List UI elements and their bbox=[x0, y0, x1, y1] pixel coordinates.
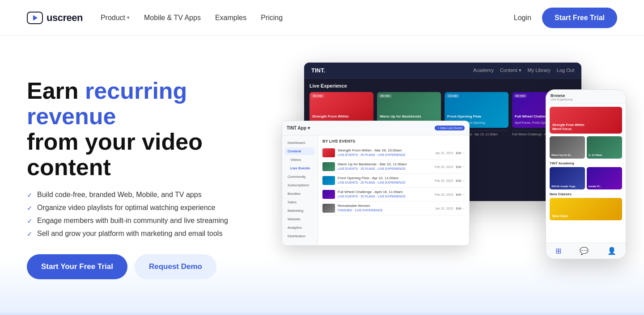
mobile-card-sm-2: 3, 11:00am bbox=[587, 136, 622, 159]
sidebar-website[interactable]: Website bbox=[285, 215, 315, 223]
request-demo-button[interactable]: Request Demo bbox=[135, 254, 216, 279]
nav-pricing[interactable]: Pricing bbox=[261, 14, 283, 22]
nav-left: uscreen Product ▾ Mobile & TV Apps Examp… bbox=[27, 12, 283, 24]
mobile-header: Browse Live Experience bbox=[546, 90, 626, 104]
nav-right: Login Start Free Trial bbox=[514, 8, 617, 28]
check-icon-3: ✓ bbox=[27, 217, 33, 225]
card-1-title: Strength From Within bbox=[312, 114, 371, 119]
event-thumb-4 bbox=[322, 190, 335, 199]
admin-event-row-1: Strength From Within - Mar 26, 10:00amLI… bbox=[322, 146, 465, 160]
event-thumb-1 bbox=[322, 148, 335, 157]
nav-product[interactable]: Product ▾ bbox=[101, 14, 130, 22]
card-2-title: Warm Up for Backbends bbox=[380, 114, 438, 119]
event-date-3: Feb 20, 2023 bbox=[435, 179, 453, 182]
topbar-nav: Academy Content ▾ My Library Log Out bbox=[473, 67, 574, 73]
sidebar-marketing[interactable]: Marketing bbox=[285, 207, 315, 214]
admin-title: TINT App ▾ bbox=[287, 126, 310, 130]
hero-buttons: Start Your Free Trial Request Demo bbox=[27, 254, 277, 279]
browse-icon[interactable]: ⊞ bbox=[555, 247, 561, 255]
event-actions-1[interactable]: Edit ··· bbox=[456, 151, 465, 155]
sidebar-subscriptions[interactable]: Subscriptions bbox=[285, 181, 315, 189]
sidebar-community[interactable]: Community bbox=[285, 173, 315, 181]
login-link[interactable]: Login bbox=[514, 14, 531, 22]
footer-gradient bbox=[0, 313, 644, 315]
event-title-5: Remarkable WomenFINISHED · LIVE EXPERIEN… bbox=[338, 204, 432, 212]
admin-event-row-2: Warm Up for Backbends - Mar 22, 11:00amL… bbox=[322, 160, 465, 174]
admin-event-row-4: Full Wheel Challenge - April 16, 11:00am… bbox=[322, 188, 465, 202]
mobile-academy-2-label: Inside Fl... bbox=[589, 185, 602, 188]
topbar-content: Content ▾ bbox=[500, 67, 521, 73]
admin-new-event-badge: + New Live Event bbox=[435, 126, 465, 130]
event-thumb-2 bbox=[322, 162, 335, 171]
mobile-new-class-label: New Class bbox=[552, 214, 568, 218]
chevron-down-icon: ▾ bbox=[127, 15, 130, 21]
hero-left: Earn recurring revenue from your video c… bbox=[27, 78, 286, 280]
live-tag-2: 60 min bbox=[379, 94, 392, 98]
event-actions-2[interactable]: Edit ··· bbox=[456, 165, 465, 168]
hero-section: Earn recurring revenue from your video c… bbox=[0, 36, 644, 313]
admin-event-row-3: Front Opening Flow - Apr 10, 11:00amLIVE… bbox=[322, 174, 465, 188]
mobile-card-main: Strength From WithinMarch Focus bbox=[550, 107, 622, 134]
mobile-academy-card-1: 200-Hr Inside Yoga bbox=[550, 167, 585, 189]
event-title-3: Front Opening Flow - Apr 10, 11:00amLIVE… bbox=[338, 176, 432, 185]
event-date-2: Feb 20, 2023 bbox=[435, 165, 453, 168]
event-actions-5[interactable]: Edit ··· bbox=[456, 207, 465, 210]
mobile-sm-1-label: Warm Up for B... bbox=[551, 154, 572, 157]
hero-bullets: ✓Build code-free, branded Web, Mobile, a… bbox=[27, 191, 277, 238]
sidebar-dashboard[interactable]: Dashboard bbox=[285, 139, 315, 147]
navbar: uscreen Product ▾ Mobile & TV Apps Examp… bbox=[0, 0, 644, 36]
logo[interactable]: uscreen bbox=[27, 12, 83, 24]
check-icon-2: ✓ bbox=[27, 204, 33, 212]
live-tag-4: 60 min bbox=[514, 94, 527, 98]
mobile-mockup: Browse Live Experience Strength From Wit… bbox=[546, 89, 626, 259]
mobile-browse-title: Browse bbox=[551, 93, 621, 98]
event-title-2: Warm Up for Backbends - Mar 22, 11:00amL… bbox=[338, 162, 432, 171]
mobile-new-classes-title: New Classes bbox=[550, 192, 622, 196]
admin-sidebar: Dashboard Content Videos Live Events Com… bbox=[282, 135, 318, 245]
sidebar-bundles[interactable]: Bundles bbox=[285, 190, 315, 197]
topbar-library: My Library bbox=[528, 67, 551, 73]
mobile-tint-academy-title: TINT Academy bbox=[550, 161, 622, 165]
nav-examples[interactable]: Examples bbox=[215, 14, 246, 22]
bullet-2: ✓Organize video playlists for optimal wa… bbox=[27, 204, 277, 212]
mobile-content: Strength From WithinMarch Focus Warm Up … bbox=[546, 104, 626, 223]
headline-plain: Earn bbox=[27, 78, 85, 104]
community-icon[interactable]: 💬 bbox=[580, 247, 589, 255]
admin-content: BY LIVE EVENTS Strength From Within - Ma… bbox=[318, 135, 469, 245]
mobile-academy-1-label: 200-Hr Inside Yoga bbox=[551, 185, 575, 188]
tint-logo: TINT. bbox=[311, 67, 325, 74]
start-free-trial-hero-button[interactable]: Start Your Free Trial bbox=[27, 254, 127, 279]
mobile-live-exp: Live Experience bbox=[551, 98, 621, 101]
admin-mockup: TINT App ▾ + New Live Event Dashboard Co… bbox=[282, 121, 470, 246]
mobile-footer: ⊞ 💬 👤 bbox=[546, 243, 626, 259]
topbar-academy: Academy bbox=[473, 67, 494, 73]
event-date-1: Jan 31, 2023 bbox=[435, 151, 453, 155]
event-date-5: Jan 31, 2023 bbox=[435, 207, 453, 210]
sidebar-distribution[interactable]: Distribution bbox=[285, 232, 315, 240]
live-tag-1: 60 min bbox=[311, 94, 324, 98]
nav-mobile-tv[interactable]: Mobile & TV Apps bbox=[144, 14, 201, 22]
event-actions-4[interactable]: Edit ··· bbox=[456, 193, 465, 196]
headline-rest: from your video content bbox=[27, 129, 203, 180]
event-title-1: Strength From Within - Mar 26, 10:00amLI… bbox=[338, 148, 432, 157]
start-free-trial-nav-button[interactable]: Start Free Trial bbox=[542, 8, 617, 28]
admin-event-row-5: Remarkable WomenFINISHED · LIVE EXPERIEN… bbox=[322, 202, 465, 215]
sidebar-live-events[interactable]: Live Events bbox=[285, 164, 315, 172]
event-actions-3[interactable]: Edit ··· bbox=[456, 179, 465, 182]
admin-header: TINT App ▾ + New Live Event bbox=[282, 121, 469, 135]
sidebar-videos[interactable]: Videos bbox=[285, 156, 315, 164]
dashboard-topbar: TINT. Academy Content ▾ My Library Log O… bbox=[304, 63, 581, 79]
check-icon-4: ✓ bbox=[27, 230, 33, 238]
live-experience-title: Live Experience bbox=[309, 83, 576, 88]
hero-headline: Earn recurring revenue from your video c… bbox=[27, 78, 277, 181]
sidebar-analytics[interactable]: Analytics bbox=[285, 224, 315, 231]
admin-content-title: BY LIVE EVENTS bbox=[322, 139, 465, 143]
account-icon[interactable]: 👤 bbox=[607, 247, 616, 255]
brand-name: uscreen bbox=[47, 12, 83, 24]
logo-icon bbox=[27, 12, 43, 24]
event-thumb-3 bbox=[322, 176, 335, 185]
sidebar-sales[interactable]: Sales bbox=[285, 198, 315, 206]
topbar-logout: Log Out bbox=[557, 67, 574, 73]
hero-right: TINT. Academy Content ▾ My Library Log O… bbox=[286, 63, 617, 295]
sidebar-content[interactable]: Content bbox=[285, 147, 315, 155]
